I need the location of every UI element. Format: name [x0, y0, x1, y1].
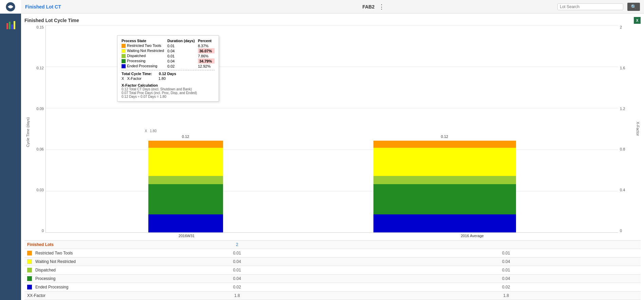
svg-rect-4	[14, 21, 15, 29]
svg-rect-2	[9, 22, 11, 29]
y-right-tick-0: 2	[620, 25, 622, 29]
row-restricted-label: Restricted Two Tools	[35, 251, 73, 255]
table-row-ended: Ended Processing 0.02 0.02	[24, 283, 641, 292]
fab-label: FAB2	[362, 4, 374, 10]
data-table: Finished Lots 2 Restricted Two Tools 0.0…	[24, 240, 641, 300]
bar2-processing	[373, 184, 516, 214]
tooltip-xfactor-label: X X-Factor	[122, 76, 142, 81]
svg-rect-3	[11, 24, 13, 29]
search-box	[557, 3, 623, 10]
table-row-waiting: Waiting Not Restricted 0.04 0.04	[24, 258, 641, 266]
finished-lots-label: Finished Lots	[27, 242, 54, 247]
chart-with-axes: 0.15 0.12 0.09 0.06 0.03 0	[32, 25, 641, 239]
y-axis-left: 0.15 0.12 0.09 0.06 0.03 0	[32, 25, 45, 233]
y-tick-1: 0.12	[37, 66, 44, 70]
tooltip-label-ended: Ended Processing	[122, 64, 167, 69]
search-button[interactable]: 🔍	[627, 3, 640, 11]
y-right-tick-4: 0.4	[620, 188, 625, 192]
chart-plot: X 1.80 0.12	[45, 25, 618, 233]
table-row-processing: Processing 0.04 0.04	[24, 275, 641, 283]
tooltip-row-ended: Ended Processing 0.02 12.92%	[122, 64, 215, 69]
tooltip-label-restricted: Restricted Two Tools	[122, 43, 167, 48]
bar1-xfactor-label: X 1.80	[145, 129, 157, 133]
tooltip-col-duration: Duration (days)	[167, 38, 198, 43]
chart-title: Finished Lot Cycle Time	[24, 18, 79, 23]
bar1-restricted	[148, 141, 223, 148]
table-row-xxfactor: XX-Factor 1.8 1.8	[24, 292, 641, 300]
topbar: Finished Lot CT FAB2 ⋮ 🔍	[21, 0, 644, 14]
bar1-value-label: 0.12	[182, 135, 189, 139]
y-right-tick-1: 1.6	[620, 66, 625, 70]
bar1-processing	[148, 184, 223, 214]
table-row-finished-lots: Finished Lots 2	[24, 241, 641, 249]
tooltip-total-label: Total Cycle Time:	[122, 72, 152, 76]
main-content: Finished Lot CT FAB2 ⋮ 🔍 Finished Lot Cy…	[21, 0, 644, 300]
x-label-1: 2016W31	[179, 234, 195, 238]
x-axis: 2016W31 2016 Average	[32, 233, 641, 239]
bar2-ended	[373, 214, 516, 232]
tooltip: Process State Duration (days) Percent Re…	[117, 35, 219, 102]
finished-lots-avg	[372, 241, 641, 249]
x-label-2: 2016 Average	[461, 234, 484, 238]
tooltip-calc-line2: 0.07 Total Proc Days (incl. Proc, Disp, …	[122, 91, 215, 95]
bar-group-1: X 1.80 0.12	[148, 141, 223, 232]
row-xxfactor-col1: 1.8	[103, 292, 372, 300]
excel-export-icon[interactable]: X	[634, 17, 641, 24]
row-processing-col2: 0.04	[372, 275, 641, 283]
tooltip-pct-processing: 34.79%	[198, 58, 215, 64]
sidebar	[0, 0, 21, 300]
row-waiting-label: Waiting Not Restricted	[35, 259, 76, 264]
y-axis-right-label: X-Factor	[635, 25, 641, 233]
chart-inner: 0.15 0.12 0.09 0.06 0.03 0	[32, 25, 641, 233]
row-ended-col1: 0.02	[103, 283, 372, 292]
bar1-waiting	[148, 148, 223, 176]
y-tick-3: 0.06	[37, 147, 44, 151]
y-axis-label: Cycle Time (days)	[24, 25, 31, 239]
row-dispatched-label: Dispatched	[35, 268, 56, 272]
tooltip-xfactor-value: 1.80	[159, 76, 166, 81]
tooltip-row-dispatched: Dispatched 0.01 7.86%	[122, 53, 215, 58]
tooltip-row-waiting: Waiting Not Restricted 0.04 36.07%	[122, 48, 215, 53]
y-right-tick-3: 0.8	[620, 147, 625, 151]
tooltip-dur-restricted: 0.01	[167, 43, 198, 48]
tooltip-label-dispatched: Dispatched	[122, 53, 167, 58]
row-ended-col2: 0.02	[372, 283, 641, 292]
lot-search-input[interactable]	[560, 4, 621, 9]
row-restricted-col1: 0.01	[103, 249, 372, 258]
tooltip-dur-ended: 0.02	[167, 64, 198, 69]
bar2-value-label: 0.12	[441, 135, 448, 139]
row-xxfactor-col2: 1.8	[372, 292, 641, 300]
content-area: Finished Lot Cycle Time X Cycle Time (da…	[21, 14, 644, 300]
tooltip-total-value: 0.12 Days	[159, 72, 176, 76]
bar1-ended	[148, 214, 223, 232]
y-tick-0: 0.15	[37, 25, 44, 29]
tooltip-dur-dispatched: 0.01	[167, 53, 198, 58]
sidebar-chart-icon[interactable]	[2, 17, 19, 33]
table-row-dispatched: Dispatched 0.01 0.01	[24, 266, 641, 275]
finished-lots-link-1[interactable]: 2	[236, 242, 238, 247]
tooltip-col-percent: Percent	[198, 38, 215, 43]
bar-group-2: 0.12	[373, 141, 516, 232]
stacked-bar-1	[148, 141, 223, 232]
y-tick-4: 0.03	[37, 188, 44, 192]
row-xxfactor-label: XX-Factor	[27, 293, 45, 298]
tooltip-pct-waiting: 36.07%	[198, 48, 215, 53]
tooltip-calc-title: X-Factor Calculation	[122, 83, 215, 87]
tooltip-label-processing: Processing	[122, 58, 167, 64]
chart-header: Finished Lot Cycle Time X	[24, 17, 641, 24]
bar2-dispatched	[373, 176, 516, 184]
row-dispatched-col1: 0.01	[103, 266, 372, 275]
bar2-restricted	[373, 141, 516, 148]
row-processing-col1: 0.04	[103, 275, 372, 283]
svg-rect-1	[6, 23, 8, 29]
row-waiting-col2: 0.04	[372, 258, 641, 266]
row-ended-label: Ended Processing	[35, 285, 68, 289]
row-processing-label: Processing	[35, 276, 55, 281]
tooltip-calc-line1: 0.12 Total CT Days (excl. Shutdown and B…	[122, 87, 215, 91]
tooltip-dur-waiting: 0.04	[167, 48, 198, 53]
y-tick-2: 0.09	[37, 107, 44, 111]
y-tick-5: 0	[42, 229, 44, 233]
more-menu-icon[interactable]: ⋮	[379, 3, 385, 11]
y-axis-right: 2 1.6 1.2 0.8 0.4 0	[618, 25, 635, 233]
chart-area: Cycle Time (days) 0.15 0.12 0.09 0.06 0.…	[24, 25, 641, 239]
